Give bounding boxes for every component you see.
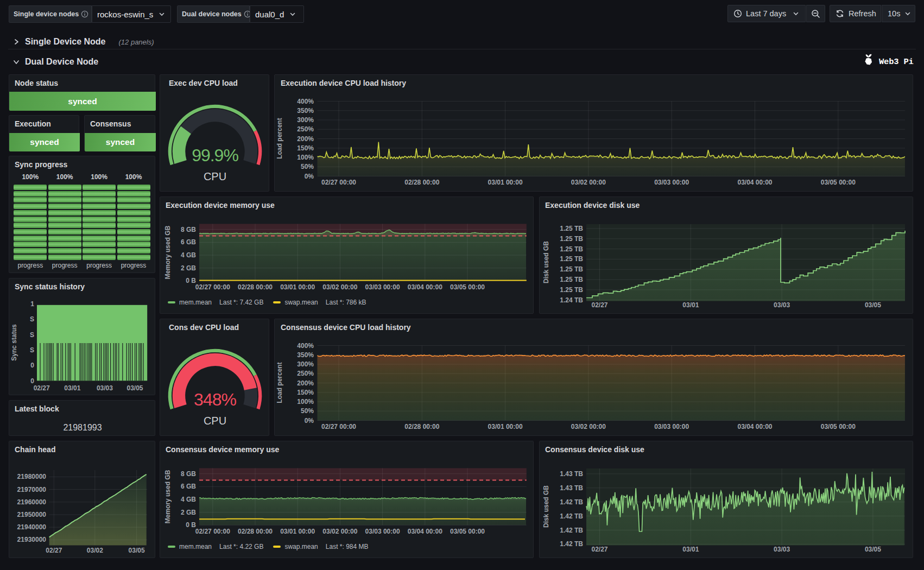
svg-text:02/28 00:00: 02/28 00:00 [238, 528, 273, 535]
svg-text:0%: 0% [305, 417, 314, 425]
svg-text:50%: 50% [301, 407, 314, 415]
svg-text:Memory used GB: Memory used GB [164, 470, 172, 523]
svg-text:1: 1 [30, 300, 34, 308]
svg-text:1.42 TB: 1.42 TB [560, 527, 583, 534]
svg-text:03/02 00:00: 03/02 00:00 [571, 423, 606, 430]
svg-text:4 GB: 4 GB [181, 251, 196, 259]
svg-text:150%: 150% [297, 389, 314, 396]
svg-text:8 GB: 8 GB [181, 226, 196, 233]
svg-text:02/27: 02/27 [34, 384, 50, 392]
svg-text:21940000: 21940000 [17, 523, 47, 531]
svg-text:1.25 TB: 1.25 TB [560, 235, 583, 243]
svg-text:2 GB: 2 GB [181, 509, 196, 516]
svg-text:1.25 TB: 1.25 TB [560, 225, 583, 232]
svg-text:300%: 300% [297, 116, 314, 124]
svg-text:Load percent: Load percent [276, 362, 283, 403]
svg-text:02/27 00:00: 02/27 00:00 [321, 423, 356, 430]
svg-text:100%: 100% [297, 154, 314, 161]
svg-text:03/01 00:00: 03/01 00:00 [488, 179, 523, 186]
svg-text:03/05 00:00: 03/05 00:00 [450, 283, 485, 291]
svg-text:99.9%: 99.9% [192, 145, 238, 165]
svg-text:0%: 0% [305, 173, 314, 180]
svg-text:0: 0 [30, 362, 34, 369]
svg-text:100%: 100% [297, 398, 314, 406]
svg-text:Disk used GB: Disk used GB [542, 241, 550, 283]
svg-text:6 GB: 6 GB [181, 238, 196, 246]
svg-text:03/01: 03/01 [682, 546, 699, 553]
svg-text:CPU: CPU [204, 170, 226, 182]
svg-text:03/04 00:00: 03/04 00:00 [408, 283, 442, 291]
svg-text:03/03 00:00: 03/03 00:00 [654, 423, 689, 430]
svg-text:02/28 00:00: 02/28 00:00 [238, 283, 273, 291]
svg-text:2 GB: 2 GB [181, 264, 196, 272]
svg-text:03/02 00:00: 03/02 00:00 [322, 528, 357, 535]
svg-text:200%: 200% [297, 135, 314, 143]
svg-text:1.42 TB: 1.42 TB [560, 512, 583, 520]
svg-text:1.43 TB: 1.43 TB [560, 470, 583, 478]
svg-text:03/03 00:00: 03/03 00:00 [365, 283, 400, 291]
svg-text:03/01: 03/01 [682, 301, 699, 309]
svg-text:250%: 250% [297, 370, 314, 377]
svg-text:03/03 00:00: 03/03 00:00 [365, 528, 400, 535]
svg-text:03/05: 03/05 [865, 301, 881, 309]
svg-text:400%: 400% [297, 98, 314, 105]
svg-text:03/04 00:00: 03/04 00:00 [737, 179, 772, 186]
svg-text:21980000: 21980000 [17, 473, 47, 480]
svg-text:02/28 00:00: 02/28 00:00 [404, 423, 439, 430]
svg-text:02/27 00:00: 02/27 00:00 [321, 179, 356, 186]
svg-text:0 B: 0 B [186, 521, 196, 529]
svg-text:348%: 348% [194, 390, 236, 409]
svg-text:03/05: 03/05 [126, 384, 143, 392]
svg-text:02/27: 02/27 [591, 301, 607, 309]
svg-text:03/05 00:00: 03/05 00:00 [821, 423, 856, 430]
svg-text:03/05 00:00: 03/05 00:00 [450, 528, 485, 535]
svg-text:6 GB: 6 GB [181, 483, 196, 490]
svg-text:1.24 TB: 1.24 TB [560, 296, 583, 304]
svg-text:200%: 200% [297, 379, 314, 387]
svg-text:Web3 Pi: Web3 Pi [879, 57, 914, 67]
svg-text:1.42 TB: 1.42 TB [560, 540, 583, 548]
svg-text:03/02 00:00: 03/02 00:00 [571, 179, 606, 186]
svg-text:300%: 300% [297, 360, 314, 368]
svg-text:CPU: CPU [204, 415, 226, 427]
svg-text:03/04 00:00: 03/04 00:00 [408, 528, 442, 535]
svg-text:Sync status: Sync status [10, 324, 18, 361]
svg-text:03/01 00:00: 03/01 00:00 [280, 528, 315, 535]
svg-text:0 B: 0 B [186, 277, 196, 284]
svg-text:03/05: 03/05 [865, 546, 881, 553]
svg-text:02/28 00:00: 02/28 00:00 [404, 179, 439, 186]
svg-text:02/27 00:00: 02/27 00:00 [195, 528, 230, 535]
svg-text:03/03: 03/03 [97, 384, 113, 392]
svg-text:8 GB: 8 GB [181, 470, 196, 478]
svg-text:03/02: 03/02 [87, 547, 103, 554]
svg-text:03/05: 03/05 [129, 547, 145, 554]
svg-text:1.43 TB: 1.43 TB [560, 484, 583, 492]
svg-text:03/03: 03/03 [774, 546, 790, 553]
svg-text:03/03 00:00: 03/03 00:00 [654, 179, 689, 186]
svg-text:02/27 00:00: 02/27 00:00 [195, 283, 230, 291]
svg-text:350%: 350% [297, 107, 314, 115]
svg-text:03/05 00:00: 03/05 00:00 [821, 179, 856, 186]
svg-text:S: S [30, 346, 34, 354]
svg-text:Load percent: Load percent [276, 118, 283, 159]
svg-text:03/01 00:00: 03/01 00:00 [280, 283, 315, 291]
svg-text:Memory used GB: Memory used GB [164, 225, 172, 279]
svg-text:50%: 50% [301, 163, 314, 170]
svg-text:Disk used GB: Disk used GB [542, 485, 550, 528]
svg-text:02/27: 02/27 [46, 547, 62, 554]
svg-text:150%: 150% [297, 144, 314, 152]
svg-text:4 GB: 4 GB [181, 496, 196, 503]
svg-text:S: S [30, 315, 34, 323]
svg-text:21960000: 21960000 [17, 498, 47, 506]
svg-text:1.42 TB: 1.42 TB [560, 498, 583, 506]
svg-text:1.25 TB: 1.25 TB [560, 286, 583, 294]
svg-text:S: S [30, 331, 34, 339]
svg-text:1.25 TB: 1.25 TB [560, 276, 583, 283]
svg-text:1.25 TB: 1.25 TB [560, 265, 583, 273]
svg-text:03/04 00:00: 03/04 00:00 [737, 423, 772, 430]
svg-text:1.25 TB: 1.25 TB [560, 245, 583, 253]
svg-text:03/03: 03/03 [774, 301, 790, 309]
svg-text:21930000: 21930000 [17, 536, 47, 543]
svg-text:350%: 350% [297, 351, 314, 359]
svg-text:03/01: 03/01 [64, 384, 80, 392]
